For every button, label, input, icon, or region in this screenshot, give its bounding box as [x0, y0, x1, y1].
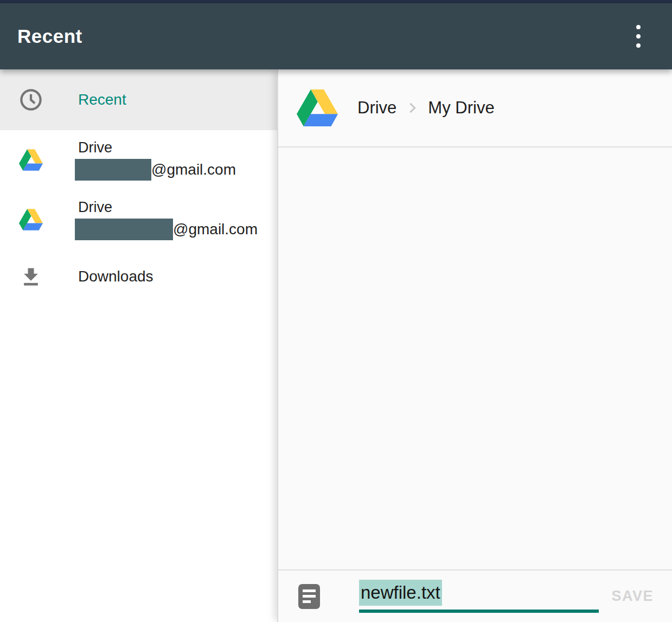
save-button[interactable]: SAVE	[609, 582, 656, 610]
google-drive-icon	[18, 147, 43, 173]
sidebar-item-label: Downloads	[78, 268, 153, 285]
clock-icon	[18, 87, 43, 113]
chevron-right-icon	[404, 100, 420, 116]
page-title: Recent	[17, 25, 82, 47]
save-bar: newfile.txt SAVE	[278, 569, 672, 622]
breadcrumb-current[interactable]: My Drive	[428, 98, 494, 118]
email-domain: @gmail.com	[173, 221, 258, 238]
roots-sidebar: Recent Drive @gmail.com	[0, 69, 277, 622]
filename-input[interactable]: newfile.txt	[359, 580, 599, 613]
email-domain: @gmail.com	[151, 161, 236, 178]
sidebar-item-drive-account-1[interactable]: Drive @gmail.com	[0, 130, 277, 190]
sidebar-item-label: Recent	[78, 91, 126, 108]
download-icon	[18, 264, 43, 290]
app-bar: Recent	[0, 3, 672, 69]
google-drive-icon	[18, 207, 43, 233]
breadcrumb: Drive My Drive	[278, 69, 672, 148]
sidebar-item-label: Drive	[78, 199, 112, 215]
picker-content: Recent Drive @gmail.com	[0, 69, 672, 622]
breadcrumb-root[interactable]: Drive	[357, 98, 396, 118]
file-list-empty-area	[278, 148, 672, 569]
sidebar-item-drive-account-2[interactable]: Drive @gmail.com	[0, 190, 277, 249]
main-panel: Drive My Drive newfile.txt SAVE	[277, 69, 672, 622]
filename-selected-text: newfile.txt	[359, 580, 442, 606]
more-vert-icon[interactable]	[631, 20, 646, 53]
account-email: @gmail.com	[78, 219, 258, 240]
google-drive-icon	[297, 89, 338, 126]
document-icon	[298, 584, 320, 609]
sidebar-item-downloads[interactable]: Downloads	[0, 249, 277, 304]
account-email: @gmail.com	[78, 159, 236, 181]
sidebar-item-recent[interactable]: Recent	[0, 69, 277, 130]
redacted-email-box	[75, 159, 151, 181]
sidebar-item-label: Drive	[78, 139, 112, 156]
redacted-email-box	[75, 219, 173, 240]
